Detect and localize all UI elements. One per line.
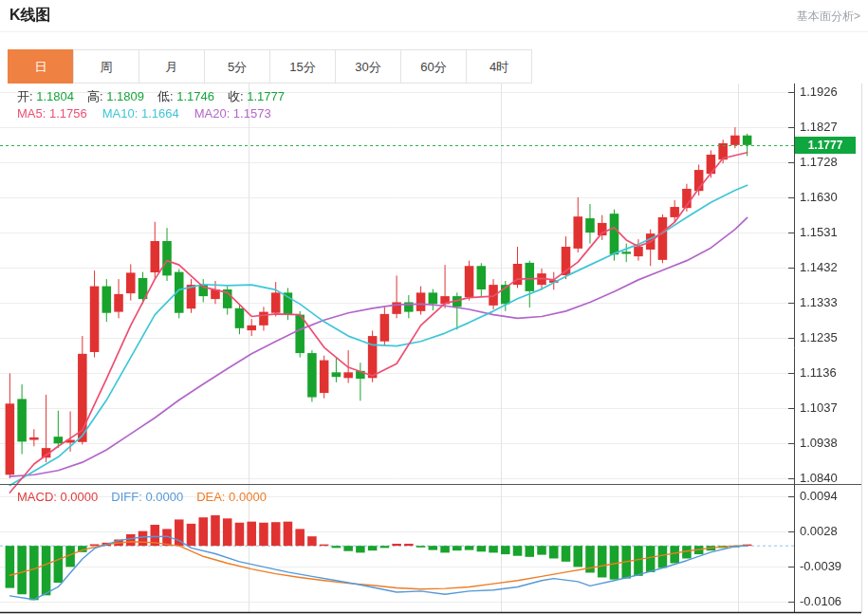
y-axis-tick: 1.1531 bbox=[800, 225, 838, 239]
y-axis-tick: 1.1037 bbox=[800, 400, 838, 415]
macd-y-axis-tick: 0.0094 bbox=[800, 489, 838, 503]
y-axis-tick: 1.1827 bbox=[800, 120, 838, 134]
tab-15min[interactable]: 15分 bbox=[269, 49, 336, 84]
tab-week[interactable]: 周 bbox=[73, 49, 139, 84]
macd-y-axis-tick: -0.0106 bbox=[800, 594, 841, 608]
tab-30min[interactable]: 30分 bbox=[335, 49, 401, 84]
tab-4hour[interactable]: 4时 bbox=[466, 49, 532, 84]
last-price-badge: 1.1777 bbox=[795, 137, 856, 154]
header-divider bbox=[0, 31, 868, 32]
y-axis-tick: 1.1630 bbox=[800, 190, 838, 204]
y-axis-tick: 1.1235 bbox=[800, 330, 838, 344]
macd-legend-item: DEA: 0.0000 bbox=[196, 490, 267, 504]
page-title: K线图 bbox=[9, 6, 51, 26]
y-axis-tick: 1.1926 bbox=[800, 84, 838, 99]
ma-legend-item: MA5: 1.1756 bbox=[17, 106, 87, 121]
ohlc-legend-item: 收: 1.1777 bbox=[228, 89, 285, 103]
tab-5min[interactable]: 5分 bbox=[204, 49, 270, 84]
tab-month[interactable]: 月 bbox=[139, 49, 205, 84]
macd-legend-item: MACD: 0.0000 bbox=[17, 490, 98, 504]
tab-day[interactable]: 日 bbox=[8, 49, 74, 84]
ohlc-legend-item: 高: 1.1809 bbox=[87, 89, 144, 103]
fundamental-analysis-link[interactable]: 基本面分析> bbox=[797, 9, 860, 25]
ohlc-legend-item: 开: 1.1804 bbox=[17, 89, 74, 103]
y-axis-tick: 1.1136 bbox=[800, 365, 837, 380]
ma-legend-item: MA20: 1.1573 bbox=[194, 106, 271, 121]
macd-legend-item: DIFF: 0.0000 bbox=[111, 490, 183, 504]
macd-legend: MACD: 0.0000DIFF: 0.0000DEA: 0.0000 bbox=[17, 490, 280, 504]
macd-y-axis-tick: -0.0039 bbox=[800, 559, 841, 573]
ma-legend-item: MA10: 1.1664 bbox=[102, 106, 179, 121]
y-axis-tick: 1.0840 bbox=[800, 471, 838, 485]
y-axis-tick: 1.1432 bbox=[800, 260, 838, 274]
y-axis-tick: 1.1728 bbox=[800, 155, 838, 169]
interval-tab-bar: 日周月5分15分30分60分4时 bbox=[9, 49, 532, 84]
ohlc-legend: 开: 1.1804高: 1.1809低: 1.1746收: 1.1777 bbox=[17, 88, 298, 105]
macd-y-axis-tick: 0.0028 bbox=[800, 524, 838, 538]
y-axis-tick: 1.0938 bbox=[800, 436, 838, 450]
ohlc-legend-item: 低: 1.1746 bbox=[157, 89, 214, 103]
y-axis-tick: 1.1333 bbox=[800, 295, 838, 309]
tab-60min[interactable]: 60分 bbox=[400, 49, 467, 84]
ma-legend: MA5: 1.1756MA10: 1.1664MA20: 1.1573 bbox=[17, 106, 286, 121]
kline-app: K线图 基本面分析> 日周月5分15分30分60分4时 开: 1.1804高: … bbox=[0, 0, 868, 614]
